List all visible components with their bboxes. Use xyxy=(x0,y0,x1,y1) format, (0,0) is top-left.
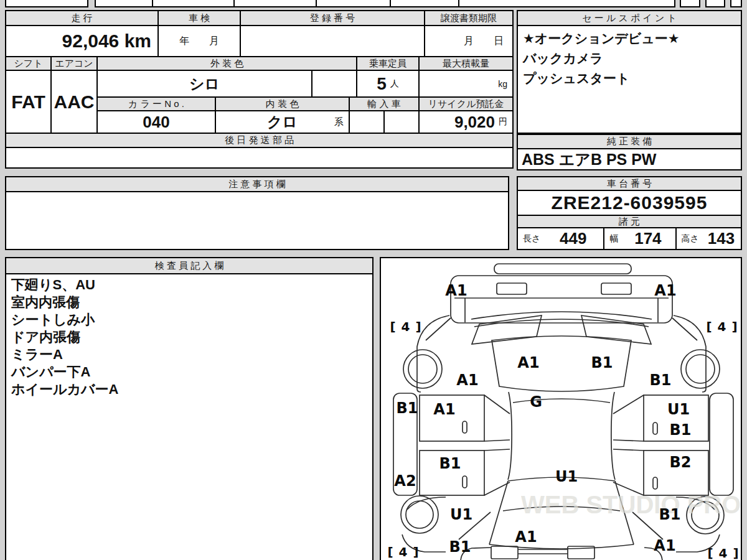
specs-header: 諸 元 xyxy=(518,216,742,228)
damage-front-door-right: U1 xyxy=(667,401,690,418)
shift-header: シフト xyxy=(6,57,52,71)
inspector-line: ホイールカバーA xyxy=(11,381,118,398)
door-handle xyxy=(653,422,657,434)
recycle-unit: 円 xyxy=(499,116,507,128)
headlight-left xyxy=(497,283,527,294)
width-cell: 幅 174 xyxy=(604,228,676,250)
equipment-header: 純 正 装 備 xyxy=(518,135,742,149)
transfer-deadline-value: 月 日 xyxy=(425,26,514,57)
damage-rear-door-right: B2 xyxy=(670,454,692,471)
damage-rear-right-bottom: A1 xyxy=(654,537,675,554)
watermark: WEB STUDIO PRO xyxy=(521,491,741,518)
import-cell-1 xyxy=(350,111,385,134)
chassis-box: 車 台 番 号 ZRE212-6039595 諸 元 長さ 449 幅 174 … xyxy=(517,176,742,250)
inspector-line: 下廻りS、AU xyxy=(11,276,95,293)
damage-rocker-left-bottom: A2 xyxy=(394,472,416,490)
damage-cowl-glass: G xyxy=(530,393,542,411)
damage-front-bumper-right: A1 xyxy=(654,282,676,299)
damage-front-fender-right: B1 xyxy=(650,371,672,389)
exterior-color-extra-cell xyxy=(312,71,357,98)
inspector-header: 検 査 員 記 入 欄 xyxy=(6,258,374,274)
damage-front-fender-left: A1 xyxy=(456,371,478,389)
interior-color-name: クロ xyxy=(267,112,298,132)
chassis-header: 車 台 番 号 xyxy=(518,177,742,191)
damage-rear-fender-right: B1 xyxy=(659,506,681,523)
cutoff-cell xyxy=(705,0,725,7)
tread-front-right: [ 4 ] xyxy=(706,319,738,334)
tread-front-left: [ 4 ] xyxy=(390,319,421,334)
notes-header: 注 意 事 項 欄 xyxy=(6,177,509,192)
door-handle xyxy=(653,477,657,489)
damage-front-bumper-left: A1 xyxy=(445,282,467,299)
hood-and-cowl xyxy=(426,312,697,344)
inspector-box: 検 査 員 記 入 欄 下廻りS、AU室内内張傷シートしみ小ドア内張傷ミラーAバ… xyxy=(5,257,374,560)
shaken-header: 車 検 xyxy=(159,11,241,26)
headlight-right xyxy=(601,283,631,294)
inspector-line: ドア内張傷 xyxy=(11,329,80,345)
inspector-line: ミラーA xyxy=(11,346,63,363)
shaken-value: 年 月 xyxy=(159,26,241,57)
capacity-number: 5 xyxy=(377,74,387,94)
damage-front-door-left: A1 xyxy=(433,401,455,418)
tread-rear-right: [ 4 ] xyxy=(707,546,739,560)
mileage-header: 走 行 xyxy=(6,11,159,26)
recycle-header: リサイクル預託金 xyxy=(420,98,514,111)
shift-value: FAT xyxy=(6,71,52,134)
damage-rear-fender-left: U1 xyxy=(450,506,472,523)
color-no-header: カ ラ ー N o . xyxy=(98,98,216,111)
inspector-line: バンパー下A xyxy=(11,363,90,380)
cutoff-cell xyxy=(95,0,153,7)
max-load-header: 最大積載量 xyxy=(420,57,514,71)
capacity-unit: 人 xyxy=(390,78,399,90)
import-cell-2 xyxy=(385,111,420,134)
color-no-value: 040 xyxy=(98,111,216,134)
front-bumper-outline xyxy=(451,264,672,323)
later-parts-header: 後 日 発 送 部 品 xyxy=(6,134,514,148)
max-load-value: kg xyxy=(420,71,514,98)
height-label: 高さ xyxy=(677,233,702,245)
cutoff-cell xyxy=(233,0,317,7)
sales-point-line: プッシュスタート xyxy=(523,70,629,87)
sales-point-header: セ ー ル ス ポ イ ン ト xyxy=(518,11,742,26)
aircon-value: AAC xyxy=(52,71,98,134)
tread-rear-left: [ 4 ] xyxy=(387,544,419,559)
damage-windshield-right: B1 xyxy=(591,354,613,371)
capacity-header: 乗車定員 xyxy=(357,57,420,71)
capacity-value: 5 人 xyxy=(357,71,420,98)
door-handle xyxy=(463,421,467,433)
car-damage-diagram: WEB STUDIO PRO A1A1[ 4 ][ 4 ]A1B1A1B1GB1… xyxy=(380,257,742,560)
height-cell: 高さ 143 xyxy=(677,228,742,250)
width-label: 幅 xyxy=(604,233,621,245)
length-cell: 長さ 449 xyxy=(518,228,604,250)
recycle-value: 9,020 円 xyxy=(420,111,514,134)
import-header: 輸 入 車 xyxy=(350,98,420,111)
inspector-line: 室内内張傷 xyxy=(11,294,80,310)
cutoff-cell xyxy=(390,0,459,7)
notes-value xyxy=(6,192,509,250)
registration-value xyxy=(241,26,425,57)
mileage-value: 92,046 km xyxy=(6,26,159,57)
chassis-value: ZRE212-6039595 xyxy=(518,191,742,216)
registration-header: 登 録 番 号 xyxy=(241,11,425,26)
width-value: 174 xyxy=(621,229,675,248)
interior-color-header: 内 装 色 xyxy=(216,98,350,111)
equipment-value: ABS エアB PS PW xyxy=(518,149,742,170)
damage-front-door-right-2: B1 xyxy=(670,421,692,439)
exterior-color-value: シロ xyxy=(98,71,312,98)
damage-roof-center: U1 xyxy=(555,468,578,485)
inspector-lines: 下廻りS、AU室内内張傷シートしみ小ドア内張傷ミラーAバンパー下Aホイールカバー… xyxy=(6,274,123,399)
sales-point-box: セ ー ル ス ポ イ ン ト ★オークションデビュー★バックカメラプッシュスタ… xyxy=(517,10,742,134)
sales-point-lines: ★オークションデビュー★バックカメラプッシュスタート xyxy=(518,26,685,91)
sales-point-line: ★オークションデビュー★ xyxy=(523,30,680,47)
sales-point-line: バックカメラ xyxy=(523,50,603,67)
doors-right xyxy=(613,395,708,495)
length-label: 長さ xyxy=(518,233,543,245)
damage-rear-door-left: B1 xyxy=(439,455,461,472)
notes-box: 注 意 事 項 欄 xyxy=(5,176,509,250)
exterior-color-header: 外 装 色 xyxy=(98,57,357,71)
damage-windshield-left: A1 xyxy=(517,354,539,371)
length-value: 449 xyxy=(543,229,603,248)
later-parts-value xyxy=(6,148,514,169)
cutoff-cell xyxy=(5,0,88,7)
door-handle xyxy=(463,476,467,488)
